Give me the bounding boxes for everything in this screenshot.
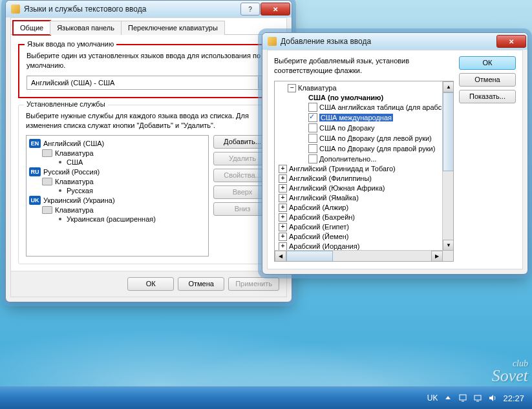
clock[interactable]: 22:27 [503, 393, 524, 403]
expand-icon[interactable]: + [279, 174, 287, 183]
group-hint: Выберите один из установленных языков вв… [27, 51, 271, 70]
tree-layout-item[interactable]: США международная [276, 112, 452, 123]
tree-layout-item[interactable]: США по Двораку [276, 123, 452, 133]
taskbar[interactable]: UK 22:27 [0, 386, 532, 409]
tree-language-item[interactable]: +Арабский (Бахрейн) [276, 213, 452, 222]
expand-icon[interactable]: + [279, 213, 287, 222]
checkbox[interactable] [308, 134, 317, 143]
keyboard-icon [42, 206, 52, 214]
installed-languages-tree[interactable]: ENАнглийский (США)КлавиатураСШАRUРусский… [26, 135, 209, 257]
collapse-icon[interactable]: − [288, 84, 296, 92]
bullet-icon [59, 161, 61, 163]
network-icon[interactable] [473, 393, 482, 403]
tree-layout-item[interactable]: США по Двораку (для левой руки) [276, 133, 452, 143]
scroll-right-icon[interactable]: ▶ [431, 251, 443, 262]
scroll-left-icon[interactable]: ◀ [275, 251, 286, 262]
keyboard-group: Клавиатура [28, 205, 207, 215]
tree-layout-item[interactable]: США по Двораку (для правой руки) [276, 143, 452, 154]
cancel-button[interactable]: Отмена [459, 73, 516, 87]
expand-icon[interactable]: + [279, 204, 287, 212]
language-name: Английский (США) [43, 140, 104, 147]
tree-language-item[interactable]: +Арабский (Египет) [276, 222, 452, 232]
language-name: Украинский (Украина) [43, 196, 115, 204]
tree-default-layout[interactable]: США (по умолчанию) [276, 93, 452, 102]
expand-icon[interactable]: + [279, 223, 287, 231]
tabs: Общие Языковая панель Переключение клави… [11, 18, 286, 35]
checkbox[interactable] [308, 103, 317, 112]
checkbox[interactable] [308, 113, 317, 122]
layout-item[interactable]: США [28, 158, 207, 167]
default-language-dropdown[interactable]: Английский (США) - США ▼ [27, 76, 271, 90]
show-button[interactable]: Показать... [459, 90, 516, 103]
checkbox[interactable] [308, 144, 317, 153]
expand-icon[interactable]: + [279, 184, 287, 193]
language-name: Русский (Россия) [43, 168, 100, 176]
tree-layout-item[interactable]: США английская таблица (для арабск [276, 102, 452, 112]
language-item[interactable]: UKУкраинский (Украина) [28, 195, 207, 205]
tab-general[interactable]: Общие [13, 21, 50, 35]
svg-rect-1 [474, 395, 481, 400]
close-button[interactable]: ✕ [496, 35, 526, 48]
titlebar[interactable]: Добавление языка ввода ✕ [262, 33, 527, 50]
ok-button[interactable]: ОК [127, 277, 174, 291]
text-services-window: Языки и службы текстового ввода ? ✕ Общи… [5, 0, 292, 302]
language-item[interactable]: ENАнглийский (США) [28, 138, 207, 149]
tree-language-item[interactable]: +Английский (Южная Африка) [276, 184, 452, 193]
dialog-hint: Выберите добавляемый язык, установив соо… [274, 56, 454, 76]
keyboard-group: Клавиатура [28, 149, 207, 158]
help-button[interactable]: ? [240, 3, 260, 16]
language-badge: UK [29, 196, 41, 205]
language-indicator[interactable]: UK [427, 393, 438, 403]
tree-language-item[interactable]: +Арабский (Йемен) [276, 232, 452, 242]
tree-keyboard-node[interactable]: −Клавиатура [276, 83, 452, 93]
window-icon [11, 5, 20, 14]
scroll-down-icon[interactable]: ▼ [443, 240, 454, 251]
group-hint: Выберите нужные службы для каждого языка… [26, 111, 271, 131]
tree-language-item[interactable]: +Английский (Тринидад и Тобаго) [276, 164, 452, 174]
checkbox[interactable] [308, 123, 317, 132]
group-title: Язык ввода по умолчанию [25, 40, 116, 48]
window-title: Языки и службы текстового ввода [24, 5, 146, 14]
layout-item[interactable]: Украинская (расширенная) [28, 215, 207, 224]
svg-rect-0 [460, 395, 466, 400]
vertical-scrollbar[interactable]: ▲ ▼ [442, 81, 453, 251]
tree-language-item[interactable]: +Английский (Филиппины) [276, 174, 452, 184]
group-title: Установленные службы [24, 100, 108, 108]
titlebar[interactable]: Языки и службы текстового ввода ? ✕ [6, 1, 292, 17]
layout-item[interactable]: Русская [28, 186, 207, 195]
scroll-thumb[interactable] [443, 92, 454, 171]
bullet-icon [59, 218, 61, 220]
window-title: Добавление языка ввода [281, 37, 371, 46]
language-tree[interactable]: −КлавиатураСША (по умолчанию)США английс… [274, 81, 454, 262]
installed-services-group: Установленные службы Выберите нужные слу… [18, 105, 279, 265]
language-badge: EN [29, 139, 41, 148]
language-item[interactable]: RUРусский (Россия) [28, 167, 207, 177]
cancel-button[interactable]: Отмена [178, 277, 224, 291]
horizontal-scrollbar[interactable]: ◀ ▶ [275, 250, 443, 261]
system-tray: UK 22:27 [427, 393, 532, 403]
volume-icon[interactable] [488, 393, 497, 403]
tray-up-icon[interactable] [443, 393, 452, 403]
language-badge: RU [29, 167, 41, 176]
action-center-icon[interactable] [458, 393, 467, 403]
expand-icon[interactable]: + [279, 194, 287, 202]
scroll-thumb[interactable] [286, 251, 333, 262]
expand-icon[interactable]: + [279, 233, 287, 241]
expand-icon[interactable]: + [279, 165, 287, 173]
tree-language-item[interactable]: +Английский (Ямайка) [276, 193, 452, 203]
dialog-buttons: ОК Отмена Применить [11, 271, 286, 297]
keyboard-group: Клавиатура [28, 177, 207, 186]
tab-language-bar[interactable]: Языковая панель [50, 21, 122, 35]
checkbox[interactable] [308, 154, 317, 163]
keyboard-icon [42, 178, 52, 185]
tab-key-switching[interactable]: Переключение клавиатуры [121, 21, 225, 35]
scroll-up-icon[interactable]: ▲ [443, 81, 454, 92]
bullet-icon [59, 189, 61, 192]
tree-layout-item[interactable]: Дополнительно... [276, 154, 452, 164]
default-language-group: Язык ввода по умолчанию Выберите один из… [18, 44, 279, 98]
window-icon [268, 37, 277, 46]
ok-button[interactable]: ОК [459, 56, 516, 70]
tree-language-item[interactable]: +Арабский (Алжир) [276, 203, 452, 213]
close-button[interactable]: ✕ [261, 3, 290, 16]
apply-button[interactable]: Применить [228, 277, 279, 291]
